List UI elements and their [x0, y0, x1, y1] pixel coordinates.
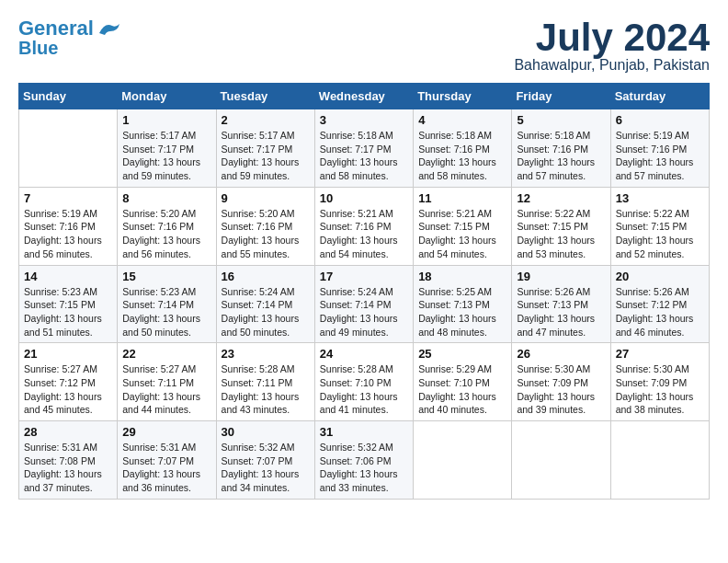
day-info: Sunrise: 5:18 AM Sunset: 7:16 PM Dayligh…: [517, 129, 605, 183]
calendar-cell: 4Sunrise: 5:18 AM Sunset: 7:16 PM Daylig…: [414, 109, 512, 188]
calendar-cell: 9Sunrise: 5:20 AM Sunset: 7:16 PM Daylig…: [216, 187, 314, 265]
header-monday: Monday: [118, 84, 216, 109]
calendar-cell: 2Sunrise: 5:17 AM Sunset: 7:17 PM Daylig…: [216, 109, 314, 188]
day-info: Sunrise: 5:32 AM Sunset: 7:06 PM Dayligh…: [320, 441, 408, 495]
day-number: 16: [222, 270, 310, 283]
day-number: 25: [418, 347, 506, 361]
day-info: Sunrise: 5:25 AM Sunset: 7:13 PM Dayligh…: [418, 285, 506, 339]
header-thursday: Thursday: [414, 84, 512, 109]
day-info: Sunrise: 5:24 AM Sunset: 7:14 PM Dayligh…: [222, 285, 310, 339]
logo-bird-icon: [96, 18, 121, 39]
day-number: 11: [418, 191, 506, 205]
day-info: Sunrise: 5:31 AM Sunset: 7:07 PM Dayligh…: [122, 441, 210, 495]
header-tuesday: Tuesday: [216, 84, 314, 109]
calendar-cell: 8Sunrise: 5:20 AM Sunset: 7:16 PM Daylig…: [118, 187, 216, 265]
calendar-cell: 28Sunrise: 5:31 AM Sunset: 7:08 PM Dayli…: [19, 421, 118, 500]
header-wednesday: Wednesday: [314, 84, 413, 109]
day-number: 24: [320, 347, 408, 361]
calendar-cell: 19Sunrise: 5:26 AM Sunset: 7:13 PM Dayli…: [512, 265, 610, 343]
calendar-cell: 16Sunrise: 5:24 AM Sunset: 7:14 PM Dayli…: [216, 265, 314, 343]
calendar-cell: 12Sunrise: 5:22 AM Sunset: 7:15 PM Dayli…: [512, 187, 610, 265]
day-info: Sunrise: 5:29 AM Sunset: 7:10 PM Dayligh…: [418, 362, 506, 417]
calendar-cell: [414, 421, 512, 500]
day-info: Sunrise: 5:22 AM Sunset: 7:15 PM Dayligh…: [616, 207, 704, 261]
calendar-cell: 14Sunrise: 5:23 AM Sunset: 7:15 PM Dayli…: [19, 265, 118, 343]
calendar-cell: 30Sunrise: 5:32 AM Sunset: 7:07 PM Dayli…: [216, 421, 314, 500]
calendar-cell: [610, 421, 709, 500]
day-number: 27: [616, 347, 704, 361]
calendar-cell: 21Sunrise: 5:27 AM Sunset: 7:12 PM Dayli…: [19, 343, 118, 421]
day-info: Sunrise: 5:27 AM Sunset: 7:12 PM Dayligh…: [24, 362, 112, 417]
day-info: Sunrise: 5:17 AM Sunset: 7:17 PM Dayligh…: [222, 129, 310, 183]
calendar-cell: 10Sunrise: 5:21 AM Sunset: 7:16 PM Dayli…: [314, 187, 413, 265]
day-info: Sunrise: 5:23 AM Sunset: 7:14 PM Dayligh…: [122, 285, 210, 339]
day-info: Sunrise: 5:20 AM Sunset: 7:16 PM Dayligh…: [122, 207, 210, 261]
day-info: Sunrise: 5:30 AM Sunset: 7:09 PM Dayligh…: [616, 362, 704, 417]
calendar-week-5: 28Sunrise: 5:31 AM Sunset: 7:08 PM Dayli…: [19, 421, 710, 500]
calendar-cell: 25Sunrise: 5:29 AM Sunset: 7:10 PM Dayli…: [414, 343, 512, 421]
day-number: 4: [418, 113, 506, 127]
day-number: 26: [517, 347, 605, 361]
day-number: 18: [418, 270, 506, 283]
day-number: 23: [222, 347, 310, 361]
day-number: 5: [517, 113, 605, 127]
logo-text: General: [18, 18, 94, 39]
calendar-header-row: SundayMondayTuesdayWednesdayThursdayFrid…: [19, 84, 710, 109]
calendar-cell: 20Sunrise: 5:26 AM Sunset: 7:12 PM Dayli…: [610, 265, 709, 343]
month-year-title: July 2024: [514, 18, 710, 57]
calendar-cell: 22Sunrise: 5:27 AM Sunset: 7:11 PM Dayli…: [118, 343, 216, 421]
header-friday: Friday: [512, 84, 610, 109]
day-number: 14: [24, 270, 112, 283]
day-number: 20: [616, 270, 704, 283]
day-number: 19: [517, 270, 605, 283]
day-info: Sunrise: 5:28 AM Sunset: 7:11 PM Dayligh…: [222, 362, 310, 417]
day-info: Sunrise: 5:19 AM Sunset: 7:16 PM Dayligh…: [616, 129, 704, 183]
day-number: 1: [122, 113, 210, 127]
day-number: 7: [24, 191, 112, 205]
calendar-cell: 11Sunrise: 5:21 AM Sunset: 7:15 PM Dayli…: [414, 187, 512, 265]
day-number: 6: [616, 113, 704, 127]
day-number: 2: [222, 113, 310, 127]
calendar-cell: 27Sunrise: 5:30 AM Sunset: 7:09 PM Dayli…: [610, 343, 709, 421]
day-info: Sunrise: 5:21 AM Sunset: 7:15 PM Dayligh…: [418, 207, 506, 261]
calendar-cell: 1Sunrise: 5:17 AM Sunset: 7:17 PM Daylig…: [118, 109, 216, 188]
calendar-cell: 17Sunrise: 5:24 AM Sunset: 7:14 PM Dayli…: [314, 265, 413, 343]
calendar-week-3: 14Sunrise: 5:23 AM Sunset: 7:15 PM Dayli…: [19, 265, 710, 343]
day-number: 30: [222, 425, 310, 439]
title-section: July 2024 Bahawalpur, Punjab, Pakistan: [514, 18, 710, 74]
logo-blue-text: Blue: [18, 39, 58, 57]
day-info: Sunrise: 5:17 AM Sunset: 7:17 PM Dayligh…: [122, 129, 210, 183]
day-number: 28: [24, 425, 112, 439]
day-number: 10: [320, 191, 408, 205]
day-number: 15: [122, 270, 210, 283]
day-info: Sunrise: 5:26 AM Sunset: 7:13 PM Dayligh…: [517, 285, 605, 339]
day-info: Sunrise: 5:31 AM Sunset: 7:08 PM Dayligh…: [24, 441, 112, 495]
calendar-cell: 29Sunrise: 5:31 AM Sunset: 7:07 PM Dayli…: [118, 421, 216, 500]
day-number: 9: [222, 191, 310, 205]
calendar-cell: [19, 109, 118, 188]
day-number: 21: [24, 347, 112, 361]
calendar-cell: 6Sunrise: 5:19 AM Sunset: 7:16 PM Daylig…: [610, 109, 709, 188]
day-info: Sunrise: 5:24 AM Sunset: 7:14 PM Dayligh…: [320, 285, 408, 339]
day-info: Sunrise: 5:18 AM Sunset: 7:17 PM Dayligh…: [320, 129, 408, 183]
calendar-cell: 13Sunrise: 5:22 AM Sunset: 7:15 PM Dayli…: [610, 187, 709, 265]
day-info: Sunrise: 5:20 AM Sunset: 7:16 PM Dayligh…: [222, 207, 310, 261]
day-number: 8: [122, 191, 210, 205]
day-info: Sunrise: 5:18 AM Sunset: 7:16 PM Dayligh…: [418, 129, 506, 183]
calendar-week-2: 7Sunrise: 5:19 AM Sunset: 7:16 PM Daylig…: [19, 187, 710, 265]
calendar-cell: 15Sunrise: 5:23 AM Sunset: 7:14 PM Dayli…: [118, 265, 216, 343]
day-number: 13: [616, 191, 704, 205]
calendar-cell: [512, 421, 610, 500]
day-info: Sunrise: 5:23 AM Sunset: 7:15 PM Dayligh…: [24, 285, 112, 339]
day-number: 31: [320, 425, 408, 439]
day-info: Sunrise: 5:32 AM Sunset: 7:07 PM Dayligh…: [222, 441, 310, 495]
calendar-cell: 5Sunrise: 5:18 AM Sunset: 7:16 PM Daylig…: [512, 109, 610, 188]
calendar-cell: 7Sunrise: 5:19 AM Sunset: 7:16 PM Daylig…: [19, 187, 118, 265]
header-saturday: Saturday: [610, 84, 709, 109]
calendar-cell: 24Sunrise: 5:28 AM Sunset: 7:10 PM Dayli…: [314, 343, 413, 421]
day-number: 17: [320, 270, 408, 283]
day-number: 29: [122, 425, 210, 439]
day-info: Sunrise: 5:19 AM Sunset: 7:16 PM Dayligh…: [24, 207, 112, 261]
location-title: Bahawalpur, Punjab, Pakistan: [514, 57, 710, 74]
day-number: 3: [320, 113, 408, 127]
